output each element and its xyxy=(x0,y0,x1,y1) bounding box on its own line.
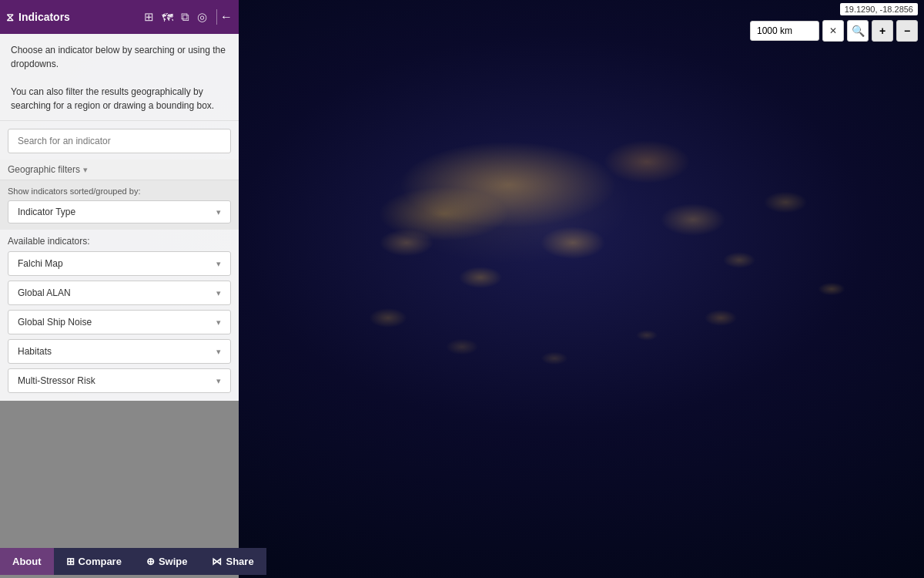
indicators-label: Available indicators: xyxy=(8,236,231,247)
chevron-down-icon: ▾ xyxy=(216,376,221,386)
sidebar-title: ⧖ Indicators xyxy=(6,11,144,24)
share-icon: ⋈ xyxy=(212,556,222,567)
indicator-global-alan[interactable]: Global ALAN ▾ xyxy=(8,281,231,305)
footer-bar: About ⊞ Compare ⊕ Swipe ⋈ Share xyxy=(0,544,239,578)
sidebar-header: ⧖ Indicators ⊞ 🗺 ⧉ ◎ ← xyxy=(0,0,239,34)
distance-controls[interactable]: ✕ 🔍 + − xyxy=(750,20,918,42)
search-input[interactable] xyxy=(8,129,231,153)
geographic-filters[interactable]: Geographic filters ▾ xyxy=(0,160,239,180)
grid-icon[interactable]: ⊞ xyxy=(144,10,154,24)
indicator-habitats[interactable]: Habitats ▾ xyxy=(8,339,231,364)
swipe-button[interactable]: ⊕ Swipe xyxy=(134,548,200,575)
distance-input[interactable] xyxy=(750,21,819,41)
zoom-out-button[interactable]: − xyxy=(896,20,918,42)
compare-button[interactable]: ⊞ Compare xyxy=(54,548,134,575)
search-distance-button[interactable]: 🔍 xyxy=(847,20,869,42)
chevron-down-icon: ▾ xyxy=(216,259,221,269)
sort-chevron-icon: ▾ xyxy=(216,207,221,217)
indicator-global-alan-label: Global ALAN xyxy=(18,287,71,298)
clear-distance-button[interactable]: ✕ xyxy=(822,20,844,42)
filter-icon: ⧖ xyxy=(6,11,14,24)
sort-label: Show indicators sorted/grouped by: xyxy=(8,187,231,196)
share-label: Share xyxy=(226,556,253,567)
header-separator xyxy=(216,9,217,25)
search-section xyxy=(0,121,239,160)
description-line2: You can also filter the results geograph… xyxy=(11,85,228,113)
header-icons: ⊞ 🗺 ⧉ ◎ xyxy=(144,10,207,24)
swipe-label: Swipe xyxy=(159,556,188,567)
geo-filters-label: Geographic filters xyxy=(8,164,80,175)
share-button[interactable]: ⋈ Share xyxy=(199,548,266,575)
layers-icon[interactable]: ⧉ xyxy=(181,10,189,24)
indicator-falchi-map[interactable]: Falchi Map ▾ xyxy=(8,251,231,276)
chevron-down-icon: ▾ xyxy=(83,165,88,175)
chevron-down-icon: ▾ xyxy=(216,347,221,357)
description-block: Choose an indicator below by searching o… xyxy=(0,34,239,121)
sidebar-title-text: Indicators xyxy=(18,11,70,23)
description-line1: Choose an indicator below by searching o… xyxy=(11,43,228,71)
zoom-in-button[interactable]: + xyxy=(872,20,893,42)
sidebar: ⧖ Indicators ⊞ 🗺 ⧉ ◎ ← Choose an indicat… xyxy=(0,0,239,578)
user-icon[interactable]: ◎ xyxy=(197,10,207,24)
sort-dropdown-box[interactable]: Indicator Type ▾ xyxy=(8,200,231,223)
search-wrapper xyxy=(8,129,231,153)
indicator-multi-stressor-risk[interactable]: Multi-Stressor Risk ▾ xyxy=(8,368,231,393)
sort-selected-value: Indicator Type xyxy=(18,207,75,217)
about-button[interactable]: About xyxy=(0,548,54,575)
compare-label: Compare xyxy=(79,556,122,567)
back-button[interactable]: ← xyxy=(220,10,233,24)
sort-section: Show indicators sorted/grouped by: Indic… xyxy=(0,180,239,230)
indicator-global-ship-noise-label: Global Ship Noise xyxy=(18,317,92,328)
compare-icon: ⊞ xyxy=(66,556,75,567)
indicator-habitats-label: Habitats xyxy=(18,346,52,357)
indicator-multi-stressor-risk-label: Multi-Stressor Risk xyxy=(18,375,95,386)
chevron-down-icon: ▾ xyxy=(216,318,221,328)
indicator-falchi-map-label: Falchi Map xyxy=(18,258,63,269)
coordinates-display: 19.1290, -18.2856 xyxy=(840,3,918,15)
indicators-section: Available indicators: Falchi Map ▾ Globa… xyxy=(0,230,239,401)
map-icon[interactable]: 🗺 xyxy=(162,11,173,24)
indicator-global-ship-noise[interactable]: Global Ship Noise ▾ xyxy=(8,310,231,334)
chevron-down-icon: ▾ xyxy=(216,288,221,298)
swipe-icon: ⊕ xyxy=(146,556,155,567)
sort-dropdown[interactable]: Indicator Type ▾ xyxy=(8,200,231,223)
